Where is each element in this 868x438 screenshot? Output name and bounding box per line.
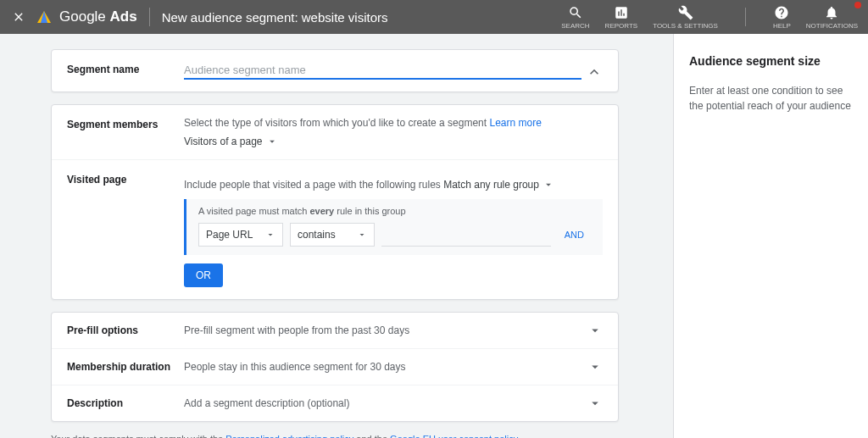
policy-link-2[interactable]: Google EU user consent policy [390, 434, 517, 438]
rule-value-input[interactable] [381, 224, 551, 247]
notifications-icon[interactable]: NOTIFICATIONS [806, 5, 858, 30]
divider [745, 8, 746, 26]
prefill-row[interactable]: Pre-fill options Pre-fill segment with p… [52, 313, 618, 349]
chevron-down-icon [587, 396, 603, 411]
sidebar: Audience segment size Enter at least one… [673, 34, 868, 438]
reports-icon[interactable]: REPORTS [605, 5, 638, 30]
match-rule-dropdown[interactable]: Match any rule group [443, 179, 554, 191]
segment-name-card: Segment name [51, 49, 619, 92]
main-content: Segment name Segment members Select the … [0, 34, 673, 438]
divider [149, 8, 150, 26]
brand-logo: Google Ads [37, 8, 137, 25]
sidebar-text: Enter at least one condition to see the … [689, 83, 853, 114]
header-actions: SEARCH REPORTS TOOLS & SETTINGS HELP NOT… [561, 5, 858, 30]
sidebar-title: Audience segment size [689, 54, 853, 68]
segment-members-label: Segment members [67, 117, 184, 147]
help-icon[interactable]: HELP [773, 5, 791, 30]
segment-members-text: Select the type of visitors from which y… [184, 117, 489, 129]
visitor-type-dropdown[interactable]: Visitors of a page [184, 136, 278, 147]
visited-page-text: Include people that visited a page with … [184, 179, 441, 191]
segment-name-input[interactable] [184, 62, 581, 80]
visited-page-label: Visited page [67, 172, 184, 287]
learn-more-link[interactable]: Learn more [489, 117, 541, 129]
page-title: New audience segment: website visitors [162, 10, 388, 25]
segment-name-label: Segment name [67, 62, 184, 80]
rule-field-select[interactable]: Page URL [198, 223, 283, 247]
ads-logo-icon [37, 11, 51, 23]
or-button[interactable]: OR [184, 263, 223, 287]
rule-operator-select[interactable]: contains [290, 223, 375, 247]
notification-badge [854, 2, 861, 8]
rule-group: A visited page must match every rule in … [184, 199, 603, 255]
segment-definition-card: Segment members Select the type of visit… [51, 104, 619, 300]
description-row[interactable]: Description Add a segment description (o… [52, 385, 618, 421]
app-header: Google Ads New audience segment: website… [0, 0, 868, 34]
and-button[interactable]: AND [558, 230, 591, 240]
chevron-down-icon [587, 323, 603, 338]
brand-text: Google Ads [59, 8, 137, 25]
rule-hint: A visited page must match every rule in … [186, 199, 603, 223]
close-icon[interactable] [10, 8, 27, 25]
search-icon[interactable]: SEARCH [561, 5, 589, 30]
policy-link-1[interactable]: Personalized advertising policy [225, 434, 353, 438]
tools-icon[interactable]: TOOLS & SETTINGS [653, 5, 718, 30]
compliance-note: Your data segments must comply with the … [51, 434, 619, 438]
chevron-up-icon[interactable] [586, 64, 603, 83]
chevron-down-icon [587, 359, 603, 374]
membership-duration-row[interactable]: Membership duration People stay in this … [52, 349, 618, 385]
collapsed-options-card: Pre-fill options Pre-fill segment with p… [51, 312, 619, 422]
